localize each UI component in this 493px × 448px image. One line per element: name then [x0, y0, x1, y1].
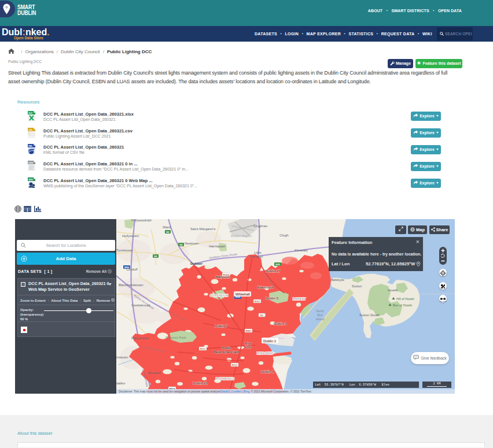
- svg-text:Ward: Ward: [163, 225, 171, 229]
- svg-text:Baile Átha Cliath: Baile Átha Cliath: [214, 350, 239, 354]
- svg-text:Bluebell: Bluebell: [148, 371, 160, 375]
- svg-text:Sutton: Sutton: [352, 284, 362, 288]
- svg-text:R801: R801: [245, 329, 252, 332]
- svg-text:Kinsealy: Kinsealy: [295, 249, 308, 252]
- svg-text:N2: N2: [179, 243, 183, 246]
- svg-text:Phoenix Park: Phoenix Park: [165, 336, 187, 339]
- svg-text:Cloghran: Cloghran: [253, 224, 267, 228]
- svg-text:Little: Little: [254, 251, 262, 254]
- svg-text:N32: N32: [275, 263, 280, 266]
- svg-text:GLASNEVIN: GLASNEVIN: [210, 294, 229, 297]
- svg-text:Hill of Howth: Hill of Howth: [396, 297, 414, 301]
- svg-text:Palmerston: Palmerston: [131, 336, 149, 340]
- svg-text:MEASURE: MEASURE: [440, 301, 446, 302]
- svg-text:RATHMINES: RATHMINES: [216, 377, 234, 380]
- svg-text:Dublin 3: Dublin 3: [274, 322, 287, 325]
- svg-text:Howth: Howth: [388, 288, 398, 292]
- svg-text:Baldoyle: Baldoyle: [331, 278, 345, 282]
- svg-text:Liffey: Liffey: [245, 345, 252, 349]
- svg-text:R107: R107: [254, 300, 260, 303]
- svg-text:North: North: [316, 309, 323, 313]
- svg-text:Hollystown: Hollystown: [122, 234, 139, 238]
- svg-text:WMS: WMS: [28, 179, 32, 181]
- svg-text:R111: R111: [232, 364, 238, 366]
- svg-text:N3: N3: [154, 255, 157, 258]
- svg-text:Turnapin: Turnapin: [249, 255, 263, 258]
- svg-text:Hollywoodrath: Hollywoodrath: [131, 219, 152, 222]
- svg-text:Newtown: Newtown: [185, 242, 199, 245]
- svg-text:Dublin: Dublin: [221, 346, 231, 350]
- svg-text:Dublin 7: Dublin 7: [215, 324, 228, 328]
- svg-text:dalkin: dalkin: [116, 382, 126, 385]
- svg-text:N1: N1: [260, 314, 264, 317]
- svg-text:Sutton South: Sutton South: [359, 313, 380, 317]
- svg-text:Island: Island: [316, 317, 325, 321]
- svg-text:XLS: XLS: [28, 112, 32, 114]
- svg-text:Dublin 1: Dublin 1: [263, 339, 277, 343]
- svg-text:instown: instown: [116, 356, 128, 359]
- svg-text:RAHENY: RAHENY: [293, 298, 306, 301]
- svg-text:CSV: CSV: [28, 129, 32, 131]
- svg-text:Dublin Airport: Dublin Airport: [231, 234, 252, 238]
- svg-text:Corduff: Corduff: [126, 268, 138, 271]
- svg-text:Dublin 4: Dublin 4: [261, 370, 274, 373]
- svg-text:Tyrelstown: Tyrelstown: [116, 249, 133, 252]
- svg-text:DATA: DATA: [28, 162, 34, 164]
- svg-text:Harristown: Harristown: [209, 245, 226, 248]
- svg-text:Clogh: Clogh: [279, 234, 289, 237]
- svg-text:Blanchardstown: Blanchardstown: [119, 283, 144, 287]
- svg-text:Edenmore: Edenmore: [257, 286, 274, 289]
- svg-text:Whitehall: Whitehall: [236, 293, 250, 296]
- svg-text:Dublin 5: Dublin 5: [266, 297, 279, 300]
- svg-text:R111: R111: [200, 347, 206, 350]
- svg-text:Dubber: Dubber: [190, 262, 203, 265]
- svg-text:Ben of Howth: Ben of Howth: [393, 303, 412, 307]
- svg-text:Ballymun: Ballymun: [216, 275, 230, 279]
- svg-text:Dublin 17: Dublin 17: [266, 269, 281, 273]
- svg-text:Saint Margaret's: Saint Margaret's: [190, 227, 216, 231]
- svg-text:N2: N2: [166, 231, 170, 234]
- svg-text:KML: KML: [28, 145, 32, 147]
- svg-text:Bull: Bull: [317, 313, 322, 317]
- svg-text:RINGSEND: RINGSEND: [257, 352, 274, 355]
- svg-text:Dublin 12: Dublin 12: [193, 382, 208, 385]
